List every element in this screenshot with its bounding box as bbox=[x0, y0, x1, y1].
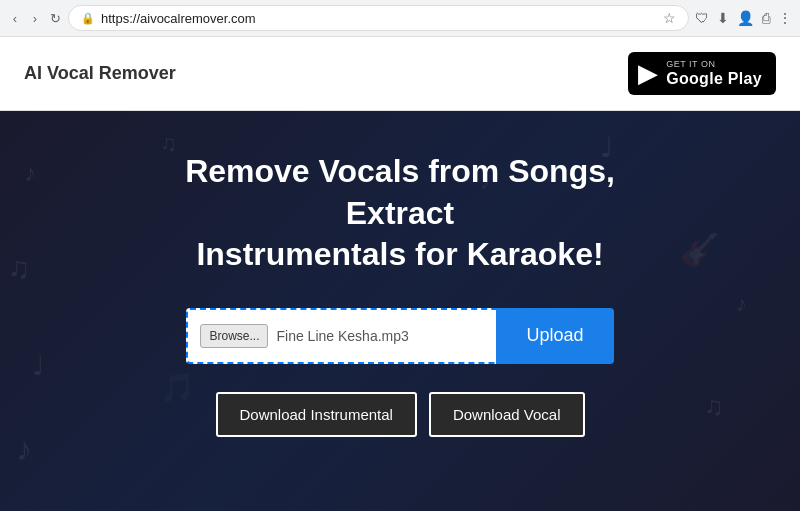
music-note-decoration: ♪ bbox=[736, 291, 747, 317]
lock-icon: 🔒 bbox=[81, 12, 95, 25]
badge-text: GET IT ON Google Play bbox=[666, 59, 762, 88]
music-note-decoration: ♪ bbox=[24, 159, 36, 187]
main-content: ♪♫♩♪♫♪♩♫♪🎸🎵 Remove Vocals from Songs, Ex… bbox=[0, 111, 800, 511]
file-name-display: Fine Line Kesha.mp3 bbox=[276, 328, 408, 344]
download-buttons: Download Instrumental Download Vocal bbox=[216, 392, 585, 437]
upload-area: Browse... Fine Line Kesha.mp3 Upload bbox=[186, 308, 613, 364]
google-play-badge[interactable]: ▶ GET IT ON Google Play bbox=[628, 52, 776, 95]
upload-button[interactable]: Upload bbox=[496, 308, 613, 364]
site-logo: AI Vocal Remover bbox=[24, 63, 176, 84]
badge-top-label: GET IT ON bbox=[666, 59, 762, 69]
download-instrumental-button[interactable]: Download Instrumental bbox=[216, 392, 417, 437]
back-button[interactable]: ‹ bbox=[8, 11, 22, 25]
browser-toolbar: ‹ › ↻ 🔒 https://aivocalremover.com ☆ 🛡 ⬇… bbox=[0, 0, 800, 36]
download-status-icon[interactable]: ⬇ bbox=[717, 10, 729, 26]
site-header: AI Vocal Remover ▶ GET IT ON Google Play bbox=[0, 37, 800, 111]
music-note-decoration: 🎸 bbox=[680, 231, 720, 269]
shield-icon[interactable]: 🛡 bbox=[695, 10, 709, 26]
music-note-decoration: ♫ bbox=[8, 251, 31, 285]
forward-button[interactable]: › bbox=[28, 11, 42, 25]
music-note-decoration: ♩ bbox=[32, 351, 44, 382]
badge-bottom-label: Google Play bbox=[666, 69, 762, 88]
browser-chrome: ‹ › ↻ 🔒 https://aivocalremover.com ☆ 🛡 ⬇… bbox=[0, 0, 800, 37]
share-icon[interactable]: ⎙ bbox=[762, 10, 770, 26]
url-text: https://aivocalremover.com bbox=[101, 11, 657, 26]
browser-actions: 🛡 ⬇ 👤 ⎙ ⋮ bbox=[695, 10, 792, 26]
file-input-container: Browse... Fine Line Kesha.mp3 bbox=[186, 308, 496, 364]
music-note-decoration: ♪ bbox=[16, 431, 32, 468]
music-note-decoration: 🎵 bbox=[160, 371, 195, 404]
google-play-icon: ▶ bbox=[638, 58, 658, 89]
menu-icon[interactable]: ⋮ bbox=[778, 10, 792, 26]
reload-button[interactable]: ↻ bbox=[48, 11, 62, 25]
music-note-decoration: ♫ bbox=[704, 391, 724, 422]
account-icon[interactable]: 👤 bbox=[737, 10, 754, 26]
download-vocal-button[interactable]: Download Vocal bbox=[429, 392, 585, 437]
hero-title: Remove Vocals from Songs, Extract Instru… bbox=[130, 151, 670, 276]
browse-button[interactable]: Browse... bbox=[200, 324, 268, 348]
address-bar[interactable]: 🔒 https://aivocalremover.com ☆ bbox=[68, 5, 689, 31]
star-icon[interactable]: ☆ bbox=[663, 10, 676, 26]
